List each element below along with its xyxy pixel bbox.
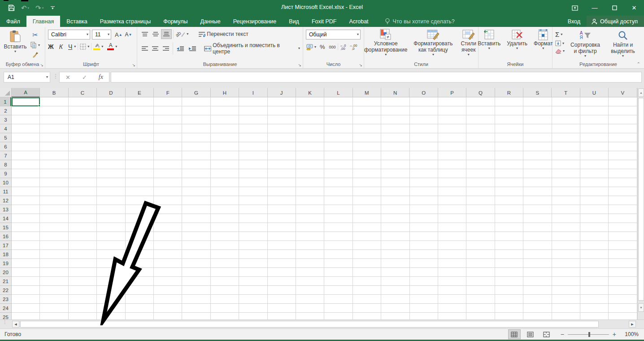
grow-font-button[interactable]: А▲ (115, 31, 122, 38)
font-name-dropdown-icon[interactable]: ▾ (87, 33, 88, 36)
column-header-k[interactable]: K (296, 88, 324, 97)
sheet-tab-splitter[interactable]: ⋮ (3, 321, 7, 323)
borders-dropdown-icon[interactable]: ▾ (87, 45, 89, 48)
autosum-dropdown-icon[interactable]: ▾ (561, 33, 562, 36)
row-header-21[interactable]: 21 (0, 277, 11, 286)
number-format-dropdown-icon[interactable]: ▾ (357, 33, 359, 36)
row-header-25[interactable]: 25 (0, 313, 11, 319)
clear-button[interactable]: ▾ (555, 48, 565, 54)
enter-button[interactable]: ✓ (82, 74, 87, 81)
format-painter-button[interactable] (30, 51, 40, 58)
horizontal-scroll-thumb[interactable] (20, 321, 599, 328)
sort-filter-dropdown-icon[interactable]: ▾ (584, 54, 586, 58)
undo-button[interactable]: ↶▾ (21, 4, 29, 12)
bold-button[interactable]: Ж (48, 43, 54, 50)
percent-style-button[interactable]: % (320, 44, 325, 50)
tab-formulas[interactable]: Формулы (157, 16, 194, 27)
cell-grid[interactable] (12, 97, 637, 319)
row-header-13[interactable]: 13 (0, 205, 11, 214)
tab-view[interactable]: Вид (283, 16, 305, 27)
column-header-d[interactable]: D (97, 88, 125, 97)
column-header-u[interactable]: U (580, 88, 609, 97)
tab-file[interactable]: Файл (0, 16, 26, 27)
ribbon-display-options-button[interactable] (565, 0, 585, 16)
format-as-table-button[interactable]: Форматировать как таблицу ▾ (413, 29, 453, 60)
tab-data[interactable]: Данные (194, 16, 227, 27)
collapse-ribbon-button[interactable]: ⌃ (637, 61, 640, 66)
zoom-level[interactable]: 100% (621, 331, 639, 337)
underline-dropdown-icon[interactable]: ▾ (74, 45, 76, 48)
row-header-9[interactable]: 9 (0, 169, 11, 178)
decrease-decimal-button[interactable]: →,00,0 (349, 44, 357, 50)
clipboard-dialog-launcher[interactable]: ↘ (40, 63, 44, 67)
column-header-b[interactable]: B (40, 88, 68, 97)
zoom-in-button[interactable]: + (613, 331, 616, 338)
paste-dropdown-icon[interactable]: ▾ (14, 50, 16, 53)
shrink-font-button[interactable]: А▼ (125, 31, 132, 38)
column-header-p[interactable]: P (438, 88, 466, 97)
row-header-4[interactable]: 4 (0, 124, 11, 133)
column-header-m[interactable]: M (353, 88, 381, 97)
column-header-i[interactable]: I (239, 88, 267, 97)
formula-input[interactable] (111, 72, 642, 83)
wrap-text-button[interactable]: Перенести текст (198, 31, 248, 37)
decrease-indent-button[interactable] (175, 44, 186, 53)
row-header-10[interactable]: 10 (0, 178, 11, 187)
find-select-button[interactable]: Найти и выделить ▾ (606, 29, 640, 60)
column-header-f[interactable]: F (154, 88, 182, 97)
row-header-6[interactable]: 6 (0, 142, 11, 151)
tab-acrobat[interactable]: Acrobat (343, 16, 374, 27)
format-cells-button[interactable]: Формат ▾ (534, 29, 553, 60)
cancel-button[interactable]: ✕ (65, 74, 70, 81)
align-center-button[interactable] (151, 44, 161, 53)
sign-in-button[interactable]: Вход (561, 16, 587, 27)
page-layout-view-button[interactable] (525, 330, 536, 339)
column-header-q[interactable]: Q (466, 88, 495, 97)
row-header-16[interactable]: 16 (0, 232, 11, 241)
row-header-5[interactable]: 5 (0, 133, 11, 142)
row-header-12[interactable]: 12 (0, 196, 11, 205)
autosum-button[interactable]: Σ▾ (555, 31, 565, 38)
minimize-button[interactable]: — (585, 0, 605, 16)
row-header-20[interactable]: 20 (0, 268, 11, 277)
font-color-dropdown-icon[interactable]: ▾ (115, 45, 117, 48)
font-color-button[interactable]: А (107, 43, 114, 50)
tab-page-layout[interactable]: Разметка страницы (94, 16, 157, 27)
cut-button[interactable]: ✂ (30, 31, 40, 39)
delete-cells-button[interactable]: Удалить ▾ (507, 29, 527, 60)
tab-review[interactable]: Рецензирование (227, 16, 283, 27)
formula-bar-splitter[interactable]: ⋮ (53, 73, 58, 79)
italic-button[interactable]: К (59, 43, 63, 50)
row-header-8[interactable]: 8 (0, 160, 11, 169)
fill-handle[interactable] (38, 105, 40, 107)
row-header-19[interactable]: 19 (0, 259, 11, 268)
vertical-scroll-thumb[interactable] (638, 98, 644, 301)
scroll-down-button[interactable]: ▼ (638, 303, 644, 312)
row-header-14[interactable]: 14 (0, 214, 11, 223)
column-header-t[interactable]: T (552, 88, 580, 97)
accounting-format-button[interactable] (306, 44, 313, 50)
comma-style-button[interactable]: 000 (329, 45, 336, 49)
tell-me-box[interactable]: Что вы хотите сделать? (375, 16, 455, 27)
fill-button[interactable]: ▾ (555, 40, 565, 46)
vertical-scrollbar[interactable]: ▲ ▼ (637, 88, 644, 319)
insert-dropdown-icon[interactable]: ▾ (488, 47, 490, 50)
normal-view-button[interactable] (509, 330, 520, 339)
align-top-button[interactable] (140, 30, 150, 39)
redo-dropdown-icon[interactable]: ▾ (42, 6, 44, 10)
name-box-dropdown-icon[interactable]: ▾ (46, 75, 48, 79)
fill-color-button[interactable] (93, 43, 100, 50)
merge-dropdown-icon[interactable]: ▾ (298, 47, 300, 50)
column-header-v[interactable]: V (609, 88, 637, 97)
copy-dropdown-icon[interactable]: ▾ (38, 44, 40, 47)
conditional-formatting-dropdown-icon[interactable]: ▾ (385, 53, 387, 57)
tab-foxit[interactable]: Foxit PDF (305, 16, 343, 27)
column-header-l[interactable]: L (324, 88, 352, 97)
scroll-up-button[interactable]: ▲ (638, 88, 644, 97)
accounting-dropdown-icon[interactable]: ▾ (314, 45, 316, 49)
column-header-j[interactable]: J (268, 88, 296, 97)
customize-qat-button[interactable]: ▾ (50, 6, 55, 9)
orientation-dropdown-icon[interactable]: ▾ (187, 32, 188, 36)
fill-dropdown-icon[interactable]: ▾ (562, 42, 564, 45)
align-right-button[interactable] (161, 44, 171, 53)
